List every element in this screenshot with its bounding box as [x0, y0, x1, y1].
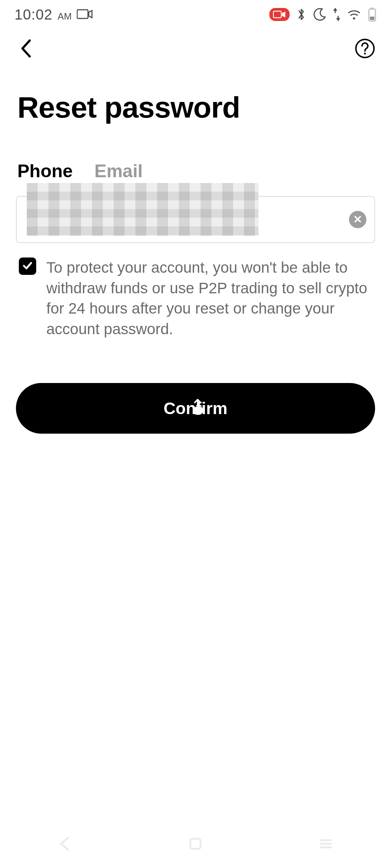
screen: 10:02 AM	[0, 0, 391, 868]
status-bar: 10:02 AM	[0, 0, 391, 29]
phone-input-box	[16, 196, 375, 243]
tab-email[interactable]: Email	[94, 161, 143, 182]
svg-rect-0	[77, 10, 88, 18]
system-nav	[0, 832, 391, 857]
svg-point-6	[356, 39, 374, 58]
wifi-icon	[347, 9, 361, 20]
confirm-label: Confirm	[164, 399, 227, 418]
battery-icon	[368, 7, 377, 22]
question-circle-icon	[354, 38, 375, 60]
status-left: 10:02 AM	[14, 7, 93, 23]
camera-icon	[77, 9, 93, 20]
disclaimer-text: To protect your account, you won't be ab…	[46, 258, 374, 340]
nav-bar	[0, 29, 391, 69]
disclaimer-checkbox[interactable]	[19, 258, 36, 275]
close-icon	[353, 215, 362, 225]
page-title: Reset password	[0, 69, 391, 132]
phone-input[interactable]	[25, 197, 338, 242]
confirm-button[interactable]: Confirm	[16, 383, 375, 434]
phone-input-wrapper	[16, 196, 375, 243]
svg-rect-1	[273, 11, 281, 18]
data-arrows-icon	[333, 8, 340, 21]
record-pill-icon	[269, 8, 290, 21]
svg-rect-8	[190, 839, 201, 849]
sysnav-back-icon[interactable]	[54, 833, 76, 856]
tab-phone[interactable]: Phone	[17, 161, 73, 182]
bluetooth-icon	[296, 7, 306, 22]
status-right	[269, 7, 377, 22]
check-icon	[22, 260, 33, 273]
help-button[interactable]	[353, 37, 377, 60]
sysnav-recents-icon[interactable]	[315, 833, 337, 856]
moon-icon	[313, 8, 327, 21]
tabs: Phone Email	[0, 132, 391, 189]
status-ampm: AM	[58, 11, 72, 22]
svg-rect-4	[371, 8, 374, 9]
clear-input-button[interactable]	[349, 211, 366, 228]
svg-point-7	[364, 52, 366, 54]
svg-point-2	[353, 17, 355, 20]
status-time: 10:02	[14, 7, 52, 23]
chevron-left-icon	[19, 38, 33, 60]
disclaimer-row: To protect your account, you won't be ab…	[0, 243, 391, 340]
sysnav-home-icon[interactable]	[185, 833, 206, 856]
svg-rect-5	[370, 17, 374, 20]
back-button[interactable]	[14, 37, 38, 60]
